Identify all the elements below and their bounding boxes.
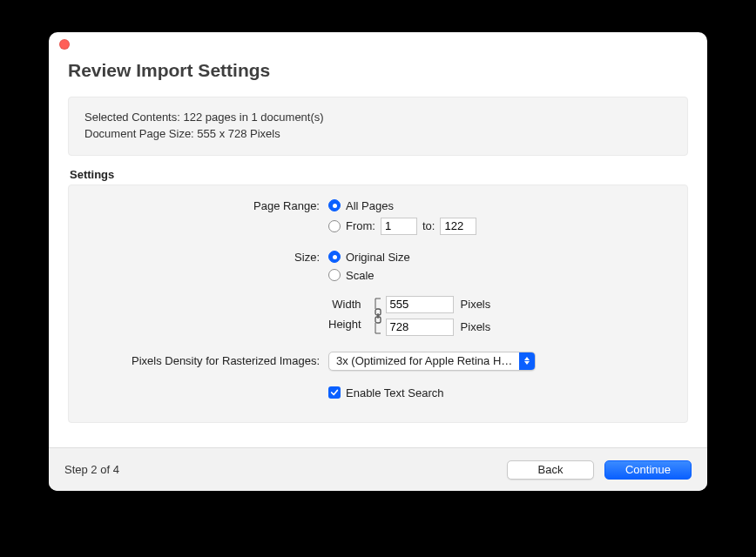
from-label: From: bbox=[346, 219, 375, 232]
row-size-scale: Scale bbox=[84, 269, 672, 282]
to-label: to: bbox=[422, 219, 435, 232]
chevron-up-down-icon bbox=[519, 352, 535, 370]
row-size-original: Size: Original Size bbox=[84, 251, 672, 264]
row-pixel-density: Pixels Density for Rasterized Images: 3x… bbox=[84, 352, 672, 371]
radio-all-pages-label: All Pages bbox=[346, 199, 394, 212]
row-text-search: Enable Text Search bbox=[84, 386, 672, 399]
close-icon[interactable] bbox=[59, 39, 70, 50]
dialog-content: Review Import Settings Selected Contents… bbox=[49, 57, 707, 447]
row-page-range-all: Page Range: All Pages bbox=[84, 199, 672, 212]
back-button[interactable]: Back bbox=[507, 460, 594, 480]
continue-button[interactable]: Continue bbox=[604, 460, 692, 480]
info-box: Selected Contents: 122 pages in 1 docume… bbox=[68, 97, 688, 156]
radio-original-size-label: Original Size bbox=[346, 251, 410, 264]
step-indicator: Step 2 of 4 bbox=[64, 463, 496, 476]
radio-original-size[interactable] bbox=[328, 251, 341, 263]
height-unit: Pixels bbox=[461, 320, 491, 333]
page-range-label: Page Range: bbox=[84, 199, 328, 212]
height-input[interactable] bbox=[386, 319, 454, 336]
enable-text-search-checkbox[interactable] bbox=[328, 386, 341, 399]
from-input[interactable] bbox=[381, 218, 417, 235]
height-label: Height bbox=[328, 318, 361, 331]
link-aspect-icon[interactable] bbox=[370, 296, 386, 336]
radio-scale[interactable] bbox=[328, 269, 341, 281]
width-label: Width bbox=[332, 298, 361, 311]
dialog-window: Review Import Settings Selected Contents… bbox=[49, 32, 707, 491]
row-page-range-from: From: to: bbox=[84, 218, 672, 235]
width-unit: Pixels bbox=[461, 298, 491, 311]
radio-all-pages[interactable] bbox=[328, 199, 341, 211]
radio-from-to[interactable] bbox=[328, 220, 341, 232]
dialog-footer: Step 2 of 4 Back Continue bbox=[49, 447, 707, 491]
pixel-density-value: 3x (Optimized for Apple Retina H… bbox=[336, 354, 519, 367]
size-label: Size: bbox=[84, 251, 328, 264]
radio-scale-label: Scale bbox=[346, 269, 375, 282]
info-line-contents: Selected Contents: 122 pages in 1 docume… bbox=[84, 110, 672, 126]
settings-section-label: Settings bbox=[70, 168, 688, 181]
row-size-dimensions: Width Height bbox=[84, 287, 672, 336]
pixel-density-label: Pixels Density for Rasterized Images: bbox=[84, 354, 328, 367]
width-input[interactable] bbox=[386, 296, 454, 313]
dialog-title: Review Import Settings bbox=[68, 60, 688, 81]
info-line-size: Document Page Size: 555 x 728 Pixels bbox=[84, 126, 672, 143]
enable-text-search-label: Enable Text Search bbox=[346, 386, 444, 399]
pixel-density-select[interactable]: 3x (Optimized for Apple Retina H… bbox=[328, 352, 536, 371]
titlebar bbox=[49, 32, 707, 57]
settings-box: Page Range: All Pages From: to: Size: bbox=[68, 185, 688, 423]
to-input[interactable] bbox=[440, 218, 476, 235]
